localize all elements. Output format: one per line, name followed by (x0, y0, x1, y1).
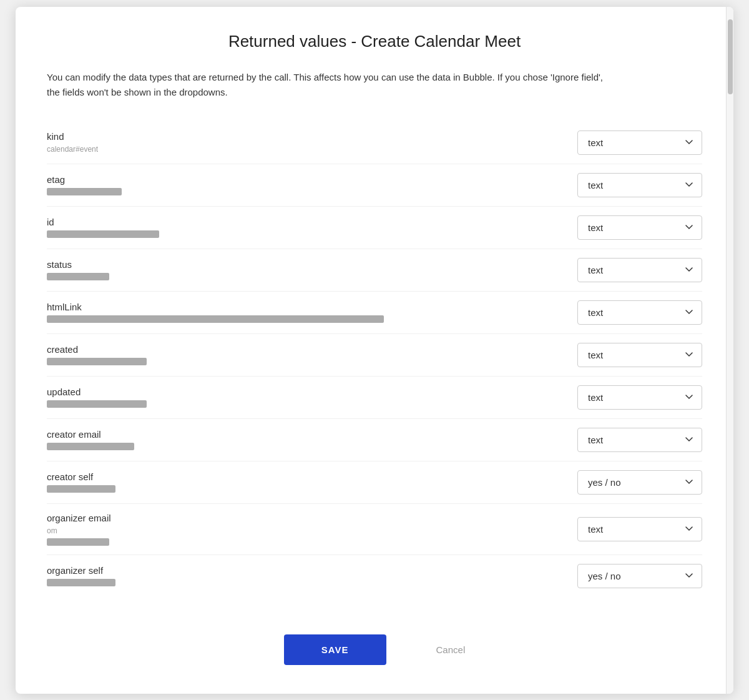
type-select[interactable]: textyes / nonumberdateIgnore field (577, 343, 702, 367)
field-left: status (47, 259, 565, 280)
field-left: created (47, 344, 565, 365)
field-name: created (47, 344, 565, 355)
field-name: kind (47, 131, 565, 142)
type-select[interactable]: textyes / nonumberdateIgnore field (577, 564, 702, 588)
field-value-bar (47, 485, 115, 493)
field-value-bar (47, 273, 109, 280)
field-name: htmlLink (47, 302, 565, 312)
type-select[interactable]: textyes / nonumberdateIgnore field (577, 517, 702, 541)
field-value-bar (47, 315, 384, 323)
field-row: createdtextyes / nonumberdateIgnore fiel… (47, 334, 702, 377)
field-value-bar (47, 188, 122, 195)
type-select[interactable]: textyes / nonumberdateIgnore field (577, 258, 702, 282)
field-name: status (47, 259, 565, 270)
field-row: creator emailtextyes / nonumberdateIgnor… (47, 419, 702, 461)
type-select[interactable]: textyes / nonumberdateIgnore field (577, 215, 702, 240)
field-row: organizer emailomtextyes / nonumberdateI… (47, 504, 702, 555)
field-right: textyes / nonumberdateIgnore field (577, 300, 702, 325)
scrollbar-thumb (728, 19, 733, 94)
field-value-bar (47, 538, 109, 546)
field-right: textyes / nonumberdateIgnore field (577, 215, 702, 240)
field-row: htmlLinktextyes / nonumberdateIgnore fie… (47, 292, 702, 334)
field-row: creator selftextyes / nonumberdateIgnore… (47, 461, 702, 504)
field-value-bar (47, 358, 147, 365)
footer: SAVE Cancel (47, 622, 702, 665)
type-select[interactable]: textyes / nonumberdateIgnore field (577, 300, 702, 325)
field-row: statustextyes / nonumberdateIgnore field (47, 249, 702, 292)
field-right: textyes / nonumberdateIgnore field (577, 131, 702, 155)
field-right: textyes / nonumberdateIgnore field (577, 385, 702, 410)
field-left: creator email (47, 429, 565, 450)
field-left: htmlLink (47, 302, 565, 323)
field-value-bar (47, 443, 134, 450)
field-right: textyes / nonumberdateIgnore field (577, 470, 702, 495)
field-row: organizer selftextyes / nonumberdateIgno… (47, 555, 702, 597)
field-left: creator self (47, 471, 565, 493)
field-row: kindcalendar#eventtextyes / nonumberdate… (47, 122, 702, 164)
type-select[interactable]: textyes / nonumberdateIgnore field (577, 385, 702, 410)
field-name: organizer self (47, 565, 565, 576)
field-value-bar (47, 400, 147, 408)
type-select[interactable]: textyes / nonumberdateIgnore field (577, 131, 702, 155)
field-left: organizer emailom (47, 513, 565, 546)
cancel-button[interactable]: Cancel (436, 644, 466, 655)
field-row: idtextyes / nonumberdateIgnore field (47, 207, 702, 249)
type-select[interactable]: textyes / nonumberdateIgnore field (577, 173, 702, 197)
save-button[interactable]: SAVE (284, 634, 386, 665)
field-subtitle: calendar#event (47, 145, 565, 154)
field-subtitle: om (47, 526, 565, 535)
field-row: etagtextyes / nonumberdateIgnore field (47, 164, 702, 207)
field-right: textyes / nonumberdateIgnore field (577, 173, 702, 197)
field-name: organizer email (47, 513, 565, 523)
modal-container: Returned values - Create Calendar Meet Y… (16, 7, 733, 694)
scrollbar[interactable] (726, 7, 733, 694)
field-name: updated (47, 387, 565, 397)
field-right: textyes / nonumberdateIgnore field (577, 564, 702, 588)
field-left: updated (47, 387, 565, 408)
field-value-bar (47, 579, 115, 586)
field-name: id (47, 217, 565, 227)
field-row: updatedtextyes / nonumberdateIgnore fiel… (47, 377, 702, 419)
field-right: textyes / nonumberdateIgnore field (577, 258, 702, 282)
field-right: textyes / nonumberdateIgnore field (577, 517, 702, 541)
field-left: etag (47, 174, 565, 195)
field-left: organizer self (47, 565, 565, 586)
field-name: etag (47, 174, 565, 185)
field-right: textyes / nonumberdateIgnore field (577, 343, 702, 367)
type-select[interactable]: textyes / nonumberdateIgnore field (577, 470, 702, 495)
fields-container: kindcalendar#eventtextyes / nonumberdate… (47, 122, 702, 597)
modal-title: Returned values - Create Calendar Meet (47, 32, 702, 51)
type-select[interactable]: textyes / nonumberdateIgnore field (577, 428, 702, 452)
field-left: kindcalendar#event (47, 131, 565, 154)
modal-description: You can modify the data types that are r… (47, 70, 609, 100)
field-right: textyes / nonumberdateIgnore field (577, 428, 702, 452)
field-name: creator self (47, 471, 565, 482)
field-value-bar (47, 230, 159, 238)
field-name: creator email (47, 429, 565, 440)
field-left: id (47, 217, 565, 238)
